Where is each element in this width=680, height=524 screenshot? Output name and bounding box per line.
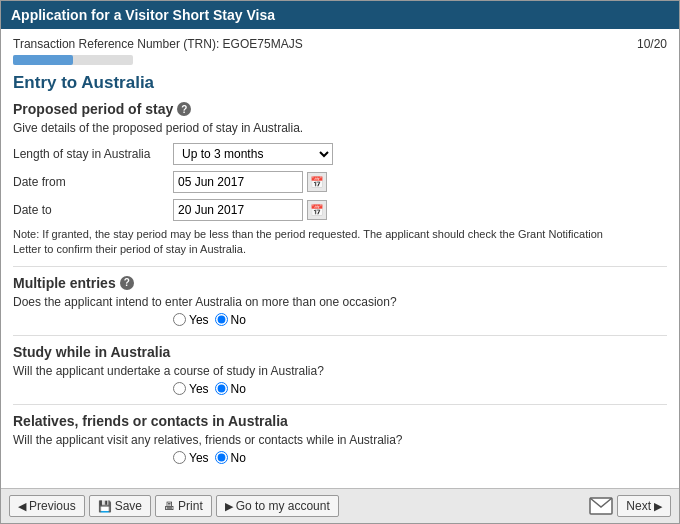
- previous-icon: ◀: [18, 500, 26, 513]
- footer-bar: ◀ Previous 💾 Save 🖶 Print ▶ Go to my acc…: [1, 488, 679, 523]
- section-title: Entry to Australia: [13, 73, 667, 93]
- date-to-label: Date to: [13, 203, 173, 217]
- previous-button[interactable]: ◀ Previous: [9, 495, 85, 517]
- app-container: Application for a Visitor Short Stay Vis…: [0, 0, 680, 524]
- print-label: Print: [178, 499, 203, 513]
- mail-icon-area: [589, 497, 613, 515]
- study-yes-option[interactable]: Yes: [173, 382, 209, 396]
- relatives-no-radio[interactable]: [215, 451, 228, 464]
- trn-row: Transaction Reference Number (TRN): EGOE…: [13, 37, 667, 51]
- divider-2: [13, 335, 667, 336]
- relatives-yes-radio[interactable]: [173, 451, 186, 464]
- app-title: Application for a Visitor Short Stay Vis…: [11, 7, 275, 23]
- next-label: Next: [626, 499, 651, 513]
- proposed-stay-help-icon[interactable]: ?: [177, 102, 191, 116]
- proposed-stay-description: Give details of the proposed period of s…: [13, 121, 667, 135]
- study-section: Study while in Australia Will the applic…: [13, 344, 667, 396]
- print-icon: 🖶: [164, 500, 175, 512]
- trn-label: Transaction Reference Number (TRN): EGOE…: [13, 37, 303, 51]
- goto-button[interactable]: ▶ Go to my account: [216, 495, 339, 517]
- multiple-entries-help-icon[interactable]: ?: [120, 276, 134, 290]
- relatives-section: Relatives, friends or contacts in Austra…: [13, 413, 667, 465]
- next-icon: ▶: [654, 500, 662, 513]
- goto-icon: ▶: [225, 500, 233, 513]
- date-to-group: 📅: [173, 199, 327, 221]
- proposed-stay-title: Proposed period of stay ?: [13, 101, 667, 117]
- date-from-calendar-icon[interactable]: 📅: [307, 172, 327, 192]
- progress-bar-fill: [13, 55, 73, 65]
- proposed-stay-section: Proposed period of stay ? Give details o…: [13, 101, 667, 258]
- divider-3: [13, 404, 667, 405]
- study-question: Will the applicant undertake a course of…: [13, 364, 667, 378]
- next-button[interactable]: Next ▶: [617, 495, 671, 517]
- multiple-entries-no-radio[interactable]: [215, 313, 228, 326]
- multiple-entries-yes-radio[interactable]: [173, 313, 186, 326]
- multiple-entries-yes-option[interactable]: Yes: [173, 313, 209, 327]
- save-icon: 💾: [98, 500, 112, 513]
- date-to-input[interactable]: [173, 199, 303, 221]
- date-from-group: 📅: [173, 171, 327, 193]
- mail-icon: [589, 497, 613, 515]
- footer-left: ◀ Previous 💾 Save 🖶 Print ▶ Go to my acc…: [9, 495, 339, 517]
- relatives-yes-option[interactable]: Yes: [173, 451, 209, 465]
- app-header: Application for a Visitor Short Stay Vis…: [1, 1, 679, 29]
- length-select[interactable]: Up to 3 months Up to 6 months Up to 12 m…: [173, 143, 333, 165]
- study-title: Study while in Australia: [13, 344, 667, 360]
- study-no-option[interactable]: No: [215, 382, 246, 396]
- previous-label: Previous: [29, 499, 76, 513]
- divider-1: [13, 266, 667, 267]
- save-button[interactable]: 💾 Save: [89, 495, 151, 517]
- footer-right: Next ▶: [589, 495, 671, 517]
- date-from-input[interactable]: [173, 171, 303, 193]
- main-content: Transaction Reference Number (TRN): EGOE…: [1, 29, 679, 488]
- multiple-entries-question: Does the applicant intend to enter Austr…: [13, 295, 667, 309]
- step-count: 10/20: [637, 37, 667, 51]
- date-from-row: Date from 📅: [13, 171, 667, 193]
- length-of-stay-row: Length of stay in Australia Up to 3 mont…: [13, 143, 667, 165]
- relatives-title: Relatives, friends or contacts in Austra…: [13, 413, 667, 429]
- date-from-label: Date from: [13, 175, 173, 189]
- multiple-entries-radio-group: Yes No: [173, 313, 667, 327]
- save-label: Save: [115, 499, 142, 513]
- study-no-radio[interactable]: [215, 382, 228, 395]
- stay-note: Note: If granted, the stay period may be…: [13, 227, 633, 258]
- study-yes-radio[interactable]: [173, 382, 186, 395]
- date-to-row: Date to 📅: [13, 199, 667, 221]
- relatives-radio-group: Yes No: [173, 451, 667, 465]
- relatives-no-option[interactable]: No: [215, 451, 246, 465]
- progress-bar-container: [13, 55, 133, 65]
- study-radio-group: Yes No: [173, 382, 667, 396]
- length-label: Length of stay in Australia: [13, 147, 173, 161]
- multiple-entries-section: Multiple entries ? Does the applicant in…: [13, 275, 667, 327]
- multiple-entries-title: Multiple entries ?: [13, 275, 667, 291]
- date-to-calendar-icon[interactable]: 📅: [307, 200, 327, 220]
- relatives-question: Will the applicant visit any relatives, …: [13, 433, 667, 447]
- goto-label: Go to my account: [236, 499, 330, 513]
- print-button[interactable]: 🖶 Print: [155, 495, 212, 517]
- multiple-entries-no-option[interactable]: No: [215, 313, 246, 327]
